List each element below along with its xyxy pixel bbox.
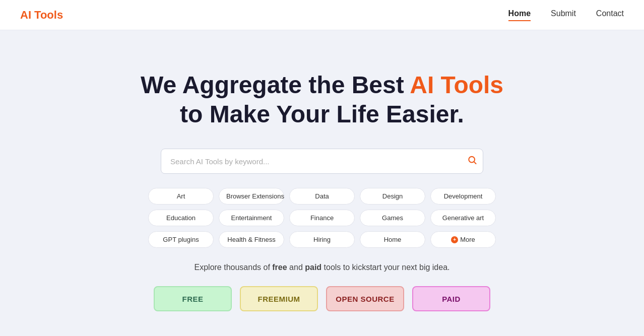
category-education[interactable]: Education <box>148 210 214 226</box>
nav-contact[interactable]: Contact <box>596 9 624 21</box>
hero-title: We Aggregate the Best AI Tools to Make Y… <box>141 71 503 128</box>
nav-home[interactable]: Home <box>508 9 531 21</box>
category-data[interactable]: Data <box>289 188 355 205</box>
more-label: More <box>460 236 475 243</box>
explore-text-start: Explore thousands of <box>195 263 273 272</box>
nav-links: Home Submit Contact <box>508 9 624 21</box>
free-button[interactable]: FREE <box>154 286 232 311</box>
nav-submit[interactable]: Submit <box>551 9 576 21</box>
category-health-fitness[interactable]: Health & Fitness <box>219 231 284 248</box>
svg-line-1 <box>474 162 476 164</box>
more-icon: + <box>451 236 458 243</box>
category-entertainment[interactable]: Entertainment <box>219 210 284 226</box>
search-input[interactable] <box>161 149 483 174</box>
navbar: AI Tools Home Submit Contact <box>0 0 644 30</box>
freemium-button[interactable]: FREEMIUM <box>240 286 318 311</box>
category-more[interactable]: + More <box>430 231 496 248</box>
hero-title-accent: AI Tools <box>410 72 503 98</box>
category-home[interactable]: Home <box>360 231 425 248</box>
category-design[interactable]: Design <box>360 188 425 205</box>
hero-title-part2: to Make Your Life Easier. <box>180 101 464 127</box>
explore-mid: and <box>287 263 305 272</box>
search-wrapper <box>161 149 483 174</box>
paid-button[interactable]: PAID <box>412 286 490 311</box>
category-gpt-plugins[interactable]: GPT plugins <box>148 231 214 248</box>
hero-title-part1: We Aggregate the Best <box>141 72 410 98</box>
open-source-button[interactable]: OPEN SOURCE <box>326 286 404 311</box>
hero-section: We Aggregate the Best AI Tools to Make Y… <box>0 30 644 331</box>
explore-free: free <box>272 263 287 272</box>
category-browser-extensions[interactable]: Browser Extensions <box>219 188 284 205</box>
category-finance[interactable]: Finance <box>289 210 355 226</box>
categories-grid: Art Browser Extensions Data Design Devel… <box>148 188 496 248</box>
site-logo[interactable]: AI Tools <box>20 9 63 22</box>
category-development[interactable]: Development <box>430 188 496 205</box>
search-button[interactable] <box>467 155 477 168</box>
category-generative-art[interactable]: Generative art <box>430 210 496 226</box>
explore-paid: paid <box>305 263 321 272</box>
category-art[interactable]: Art <box>148 188 214 205</box>
category-games[interactable]: Games <box>360 210 425 226</box>
pricing-buttons: FREE FREEMIUM OPEN SOURCE PAID <box>154 286 490 311</box>
explore-text: Explore thousands of free and paid tools… <box>195 263 450 272</box>
category-hiring[interactable]: Hiring <box>289 231 355 248</box>
explore-end: tools to kickstart your next big idea. <box>321 263 449 272</box>
